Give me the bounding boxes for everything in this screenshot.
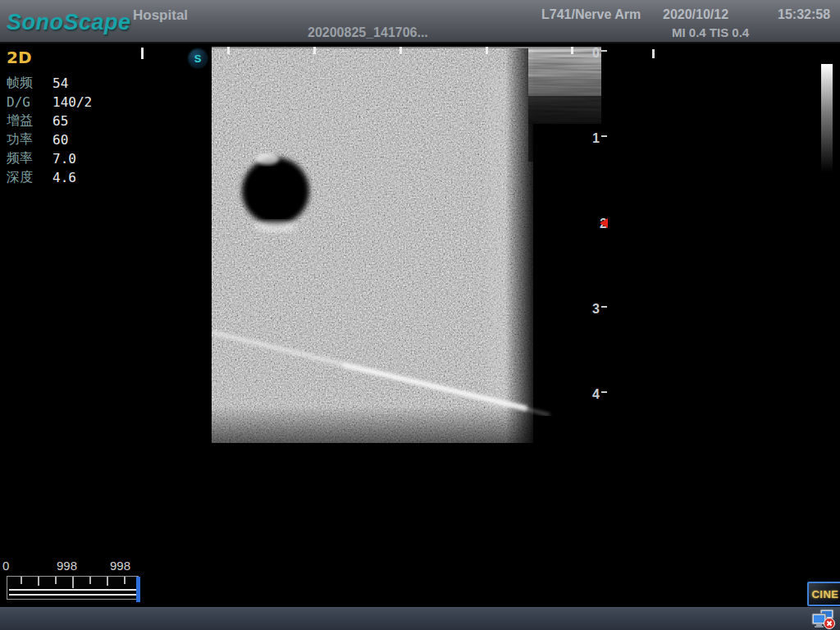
cine-position-marker[interactable] — [136, 577, 140, 602]
focus-indicator-icon[interactable] — [600, 218, 608, 228]
ruler-tick — [601, 306, 607, 308]
cine-end-label: 998 — [110, 559, 130, 573]
param-gain: 增益 65 — [7, 112, 130, 130]
depth-ruler-mark-1: 1 — [578, 131, 607, 146]
cine-tick — [124, 577, 126, 584]
parameter-panel: 2D 帧频 54 D/G 140/2 增益 65 功率 60 频率 7.0 深度… — [7, 48, 130, 187]
ruler-tick — [601, 135, 607, 137]
cine-tick — [107, 577, 108, 586]
system-time: 15:32:58 — [778, 7, 830, 22]
param-frame-rate: 帧频 54 — [7, 74, 130, 93]
param-frequency: 频率 7.0 — [7, 149, 130, 168]
sonoscape-logo: SonoScape — [7, 10, 131, 35]
cine-button[interactable]: CINE — [807, 582, 840, 606]
depth-ruler-mark-0: 0 — [578, 46, 607, 61]
hospital-name: Hospital — [133, 7, 188, 24]
param-power: 功率 60 — [7, 130, 130, 149]
probe-preset: L741/Nerve Arm — [541, 7, 641, 22]
cine-progress-bar[interactable] — [7, 576, 139, 600]
ultrasound-image[interactable] — [212, 47, 601, 443]
frame-marker-tick — [652, 49, 655, 58]
param-depth: 深度 4.6 — [7, 168, 130, 187]
cine-tick — [55, 577, 57, 584]
mi-tis-readout: MI 0.4 TIS 0.4 — [672, 25, 749, 39]
taskbar — [0, 607, 840, 630]
depth-ruler-mark-4: 4 — [578, 387, 607, 402]
param-dynamic-range: D/G 140/2 — [7, 93, 130, 112]
cine-track — [9, 589, 136, 596]
network-disconnected-icon[interactable] — [811, 609, 836, 630]
system-date: 2020/10/12 — [663, 7, 728, 22]
ruler-tick — [601, 50, 607, 52]
mode-label: 2D — [7, 48, 130, 67]
cine-mid-label: 998 — [57, 559, 77, 573]
cine-tick — [89, 577, 91, 584]
probe-orientation-icon: S — [189, 49, 207, 67]
cine-tick — [38, 577, 39, 586]
exam-file-name: 20200825_141706... — [308, 25, 428, 40]
ultrasound-render — [212, 47, 601, 443]
depth-ruler-mark-3: 3 — [578, 302, 607, 317]
grayscale-bar — [821, 64, 833, 172]
title-bar: SonoScape Hospital L741/Nerve Arm 2020/1… — [0, 0, 840, 43]
cine-start-label: 0 — [2, 559, 9, 573]
tgc-cursor-tick — [141, 48, 144, 59]
cine-tick — [21, 577, 22, 584]
ruler-tick — [601, 391, 607, 393]
cine-tick — [72, 577, 74, 588]
